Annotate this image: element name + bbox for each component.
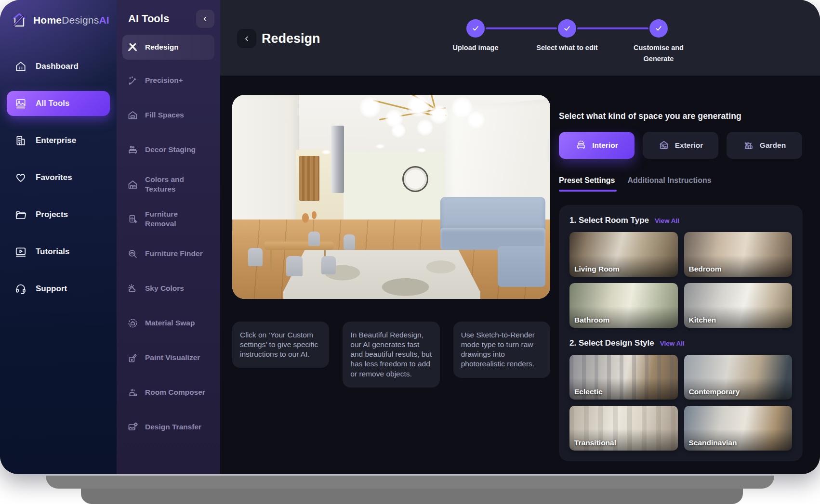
exterior-button[interactable]: Exterior [643, 132, 718, 159]
tool-item-furniture-finder[interactable]: Furniture Finder [122, 243, 214, 265]
room-thumb-kitchen[interactable]: Kitchen [684, 283, 793, 328]
sidebar-item-projects[interactable]: Projects [7, 202, 110, 227]
step-connector [486, 27, 557, 29]
tool-item-partial[interactable] [122, 468, 214, 474]
favorites-heart-icon [14, 171, 27, 184]
settings-tabs: Preset Settings Additional Instructions [559, 176, 803, 192]
style-thumb-transitional[interactable]: Transitional [569, 406, 678, 451]
info-card-beautiful-redesign: In Beautiful Redesign, our AI generates … [343, 322, 439, 388]
collapse-panel-button[interactable] [196, 10, 214, 28]
tool-item-material-swap[interactable]: Material Swap [122, 312, 214, 334]
sidebar-item-label: All Tools [36, 99, 70, 108]
step-circle-select-what-to-edit[interactable] [558, 19, 576, 38]
ai-tools-panel: AI Tools Redesign Precision+ Fill Spaces [117, 0, 220, 474]
step-circle-customise-generate[interactable] [649, 19, 668, 38]
preset-settings-card: 1. Select Room Type View All Living Room… [559, 205, 803, 461]
style-thumb-scandinavian[interactable]: Scandinavian [684, 406, 793, 451]
step-label: Customise and Generate [625, 42, 692, 65]
sidebar-item-label: Favorites [36, 173, 72, 182]
photo-curtain [299, 156, 320, 201]
check-icon [563, 24, 571, 33]
room-thumb-living-room[interactable]: Living Room [569, 232, 678, 277]
photo-kitchen-hood [331, 126, 344, 193]
exterior-house-icon [658, 140, 670, 151]
space-type-buttons: Interior Exterior Garden [559, 132, 803, 159]
garden-plants-icon [743, 140, 754, 151]
sidebar-item-label: Enterprise [36, 136, 76, 145]
design-style-view-all-link[interactable]: View All [660, 340, 685, 347]
tool-item-precision-plus[interactable]: Precision+ [122, 69, 214, 91]
garden-button[interactable]: Garden [727, 132, 802, 159]
sidebar-item-enterprise[interactable]: Enterprise [7, 128, 110, 153]
tool-item-colors-and-textures[interactable]: Colors and Textures [122, 173, 214, 195]
back-button[interactable] [237, 29, 256, 48]
style-thumb-contemporary[interactable]: Contemporary [684, 355, 793, 400]
tool-item-sky-colors[interactable]: Sky Colors [122, 277, 214, 299]
sidebar-item-support[interactable]: Support [7, 276, 110, 301]
page-header: Redesign Upload image Select what to edi… [220, 0, 820, 76]
step-label: Select what to edit [526, 42, 608, 53]
photo-chair [321, 256, 336, 274]
tool-item-label: Furniture Removal [145, 209, 210, 229]
sidebar-item-label: Projects [36, 210, 68, 220]
sky-colors-sun-cloud-icon [127, 283, 138, 294]
sidebar-item-tutorials[interactable]: Tutorials [7, 239, 110, 264]
info-cards-row: Click on ‘Your Custom settings’ to give … [232, 322, 550, 388]
tool-item-label: Furniture Finder [145, 249, 203, 258]
ai-tools-list: Redesign Precision+ Fill Spaces Decor St… [122, 35, 214, 474]
tab-preset-settings[interactable]: Preset Settings [559, 176, 615, 192]
colors-textures-house-icon [127, 179, 138, 190]
tool-item-redesign[interactable]: Redesign [122, 35, 214, 60]
interior-button[interactable]: Interior [559, 132, 635, 159]
tool-item-label: Paint Visualizer [145, 353, 200, 362]
all-tools-image-icon [14, 97, 27, 110]
chandelier-bulb [417, 119, 433, 136]
design-style-grid: Eclectic Contemporary Transitional Scand… [569, 355, 792, 451]
photo-sofa-chaise [498, 246, 545, 287]
tool-item-room-composer[interactable]: Room Composer [122, 381, 214, 403]
house-pencil-logo-icon [10, 11, 29, 30]
brand-logo[interactable]: HomeDesignsAI [7, 11, 110, 30]
thumb-label: Bedroom [689, 265, 722, 273]
room-type-view-all-link[interactable]: View All [655, 217, 679, 224]
space-selector-heading: Select what kind of space you are genera… [559, 111, 803, 121]
sidebar-item-dashboard[interactable]: Dashboard [7, 54, 110, 79]
space-button-label: Garden [760, 141, 786, 150]
sidebar-item-label: Tutorials [36, 247, 70, 257]
tutorials-video-icon [14, 246, 27, 258]
paint-visualizer-bucket-icon [127, 352, 138, 363]
sidebar-item-label: Support [36, 284, 67, 294]
sidebar-item-all-tools[interactable]: All Tools [7, 91, 110, 116]
sidebar-item-favorites[interactable]: Favorites [7, 165, 110, 190]
photo-chair [248, 248, 263, 266]
tool-item-label: Sky Colors [145, 284, 184, 293]
step-circle-upload-image[interactable] [466, 19, 485, 38]
ai-tools-title: AI Tools [128, 13, 169, 25]
table-leg [270, 250, 272, 271]
photo-rug [283, 250, 480, 299]
room-composer-armchair-icon [127, 387, 138, 398]
chandelier-bulb [407, 95, 429, 117]
tool-item-paint-visualizer[interactable]: Paint Visualizer [122, 347, 214, 369]
thumb-label: Kitchen [689, 316, 716, 324]
room-thumb-bathroom[interactable]: Bathroom [569, 283, 678, 328]
design-transfer-image-gear-icon [127, 422, 138, 433]
thumb-label: Bathroom [574, 316, 609, 324]
tool-item-furniture-removal[interactable]: Furniture Removal [122, 208, 214, 230]
page-content: Click on ‘Your Custom settings’ to give … [220, 76, 820, 474]
room-thumb-bedroom[interactable]: Bedroom [684, 232, 793, 277]
check-icon [471, 24, 480, 33]
design-style-section-header: 2. Select Design Style View All [569, 338, 792, 348]
uploaded-room-photo [232, 95, 550, 299]
tool-item-decor-staging[interactable]: Decor Staging [122, 139, 214, 161]
step-connector [577, 27, 648, 29]
laptop-base-top [46, 476, 774, 489]
tab-additional-instructions[interactable]: Additional Instructions [627, 176, 711, 192]
partial-tool-icon [127, 474, 138, 475]
style-thumb-eclectic[interactable]: Eclectic [569, 355, 678, 400]
brand-name: HomeDesignsAI [33, 14, 109, 26]
redesign-crossed-tools-icon [127, 42, 138, 53]
photo-chair [308, 232, 320, 246]
tool-item-fill-spaces[interactable]: Fill Spaces [122, 104, 214, 126]
tool-item-design-transfer[interactable]: Design Transfer [122, 416, 214, 438]
